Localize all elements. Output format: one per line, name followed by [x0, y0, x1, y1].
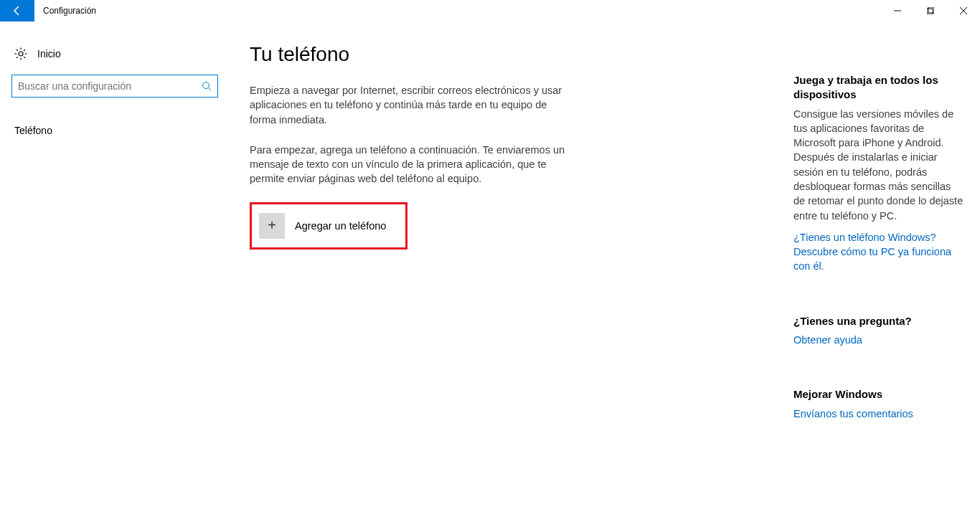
- intro-paragraph-1: Empieza a navegar por Internet, escribir…: [250, 83, 573, 127]
- window-controls: [881, 0, 980, 22]
- minimize-button[interactable]: [881, 0, 914, 22]
- search-input[interactable]: [18, 80, 202, 92]
- svg-line-13: [17, 57, 18, 58]
- search-box[interactable]: [11, 75, 218, 98]
- close-icon: [960, 7, 967, 14]
- sidebar-item-label: Teléfono: [14, 125, 52, 136]
- search-icon: [202, 81, 212, 91]
- question-heading: ¿Tienes una pregunta?: [793, 314, 964, 328]
- plus-icon: +: [259, 213, 285, 239]
- svg-line-11: [24, 57, 25, 58]
- add-phone-highlight: + Agregar un teléfono: [250, 202, 407, 250]
- intro-paragraph-2: Para empezar, agrega un teléfono a conti…: [250, 143, 573, 186]
- maximize-icon: [927, 7, 934, 14]
- svg-point-14: [203, 82, 209, 89]
- maximize-button[interactable]: [914, 0, 947, 22]
- svg-rect-2: [928, 7, 934, 13]
- sidebar: Inicio Teléfono: [0, 22, 230, 517]
- svg-rect-1: [927, 9, 933, 14]
- svg-line-15: [209, 88, 212, 91]
- minimize-icon: [894, 7, 901, 14]
- sidebar-item-telefono[interactable]: Teléfono: [11, 118, 218, 143]
- promo-text: Consigue las versiones móviles de tus ap…: [793, 107, 964, 223]
- promo-heading: Juega y trabaja en todos los dispositivo…: [793, 73, 964, 103]
- svg-line-10: [17, 49, 18, 51]
- app-title: Configuración: [34, 0, 881, 22]
- right-column: Juega y trabaja en todos los dispositivo…: [793, 22, 980, 517]
- main-pane: Tu teléfono Empieza a navegar por Intern…: [230, 22, 793, 517]
- back-button[interactable]: [0, 0, 34, 22]
- sidebar-home-label: Inicio: [37, 48, 61, 60]
- page-title: Tu teléfono: [250, 43, 793, 66]
- feedback-heading: Mejorar Windows: [793, 387, 964, 402]
- promo-link[interactable]: ¿Tienes un teléfono Windows? Descubre có…: [793, 230, 964, 274]
- svg-point-5: [19, 52, 23, 56]
- feedback-link[interactable]: Envíanos tus comentarios: [793, 407, 964, 421]
- sidebar-home[interactable]: Inicio: [11, 40, 218, 67]
- title-bar: Configuración: [0, 0, 980, 22]
- svg-line-12: [24, 49, 25, 51]
- gear-icon: [14, 47, 27, 60]
- add-phone-label: Agregar un teléfono: [295, 220, 386, 232]
- add-phone-button[interactable]: + Agregar un teléfono: [259, 213, 398, 239]
- close-button[interactable]: [947, 0, 980, 22]
- help-link[interactable]: Obtener ayuda: [793, 333, 964, 347]
- arrow-left-icon: [11, 5, 23, 16]
